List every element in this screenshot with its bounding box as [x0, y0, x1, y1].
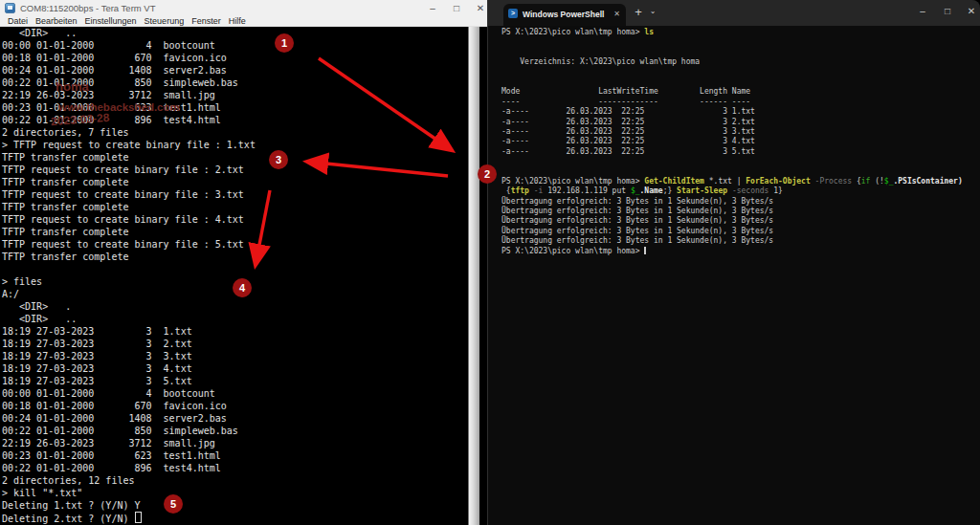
terminal-line — [0, 263, 468, 275]
teraterm-titlebar[interactable]: COM8:115200bps - Tera Term VT – □ ✕ — [0, 0, 487, 16]
console-line: Mode LastWriteTime Length Name — [501, 87, 980, 97]
terminal-line: 00:24 01-01-2000 1408 server2.bas — [0, 64, 468, 77]
console-line — [501, 37, 980, 47]
menu-item-datei[interactable]: Datei — [8, 16, 28, 26]
terminal-line: 00:18 01-01-2000 670 favicon.ico — [0, 52, 468, 64]
console-line — [501, 68, 980, 77]
terminal-line: 18:19 27-03-2023 3 2.txt — [0, 338, 468, 350]
console-line: -a---- 26.03.2023 22:25 3 1.txt — [501, 107, 980, 117]
console-line: PS X:\2023\pico wlan\tmp homa> Get-Child… — [501, 177, 980, 186]
powershell-console-output: PS X:\2023\pico wlan\tmp homa> ls Verzei… — [488, 26, 980, 525]
terminal-line: <DIR> .. — [0, 27, 468, 39]
console-line: -a---- 26.03.2023 22:25 3 5.txt — [501, 147, 980, 157]
minimize-button[interactable]: – — [425, 2, 440, 14]
terminal-line: <DIR> . — [0, 300, 468, 313]
terminal-line: TFTP request to create binary file : 2.t… — [0, 164, 468, 176]
terminal-tabbar: > Windows PowerShell ✕ + ⌄ – □ ✕ — [488, 0, 980, 26]
terminal-line: 2 directories, 12 files — [0, 474, 468, 487]
maximize-button[interactable]: □ — [449, 2, 464, 14]
console-line: Verzeichnis: X:\2023\pico wlan\tmp homa — [501, 57, 980, 67]
desktop: COM8:115200bps - Tera Term VT – □ ✕ Date… — [0, 0, 980, 525]
terminal-line: TFTP transfer complete — [0, 151, 468, 164]
terminal-line: TFTP request to create binary file : 4.t… — [0, 213, 468, 226]
maximize-button[interactable]: □ — [939, 3, 956, 20]
terminal-line: TFTP transfer complete — [0, 201, 468, 213]
teraterm-scrollbar[interactable] — [468, 27, 479, 525]
terminal-line: 2 directories, 7 files — [0, 126, 468, 139]
console-line: {tftp -i 192.168.1.119 put $_.Name;} Sta… — [501, 186, 980, 196]
console-line: PS X:\2023\pico wlan\tmp homa> ls — [501, 28, 980, 37]
terminal-line: TFTP transfer complete — [0, 251, 468, 263]
console-line: -a---- 26.03.2023 22:25 3 3.txt — [501, 127, 980, 137]
console-line: PS X:\2023\pico wlan\tmp homa> — [501, 247, 980, 256]
terminal-line: TFTP request to create binary file : 3.t… — [0, 188, 468, 201]
console-line — [501, 77, 980, 87]
console-line: -a---- 26.03.2023 22:25 3 2.txt — [501, 118, 980, 127]
tab-title: Windows PowerShell — [523, 10, 604, 19]
watermark-text: homa — [56, 79, 89, 94]
menu-item-hilfe[interactable]: Hilfe — [229, 16, 246, 26]
terminal-line: > kill "*.txt" — [0, 487, 468, 499]
tab-close-icon[interactable]: ✕ — [613, 10, 620, 18]
terminal-line: 18:19 27-03-2023 3 4.txt — [0, 362, 468, 375]
terminal-line: TFTP request to create binary file : 5.t… — [0, 238, 468, 251]
terminal-line: 00:22 01-01-2000 850 simpleweb.bas — [0, 425, 468, 437]
terminal-line: TFTP transfer complete — [0, 226, 468, 238]
terminal-line: 18:19 27-03-2023 3 3.txt — [0, 350, 468, 362]
console-line — [501, 48, 980, 57]
console-line: Übertragung erfolgreich: 3 Bytes in 1 Se… — [501, 227, 980, 236]
minimize-button[interactable]: – — [914, 3, 931, 20]
teraterm-window-title: COM8:115200bps - Tera Term VT — [20, 3, 156, 13]
console-line — [501, 157, 980, 166]
console-line: Übertragung erfolgreich: 3 Bytes in 1 Se… — [501, 236, 980, 246]
terminal-line: 00:18 01-01-2000 670 favicon.ico — [0, 400, 468, 412]
powershell-icon: > — [508, 9, 518, 18]
menu-item-steuerung[interactable]: Steuerung — [145, 16, 185, 26]
console-line — [501, 166, 980, 176]
terminal-line: 00:00 01-01-2000 4 bootcount — [0, 387, 468, 400]
terminal-line: A:/ — [0, 288, 468, 300]
terminal-line: Deleting 1.txt ? (Y/N) Y — [0, 499, 468, 512]
teraterm-window: COM8:115200bps - Tera Term VT – □ ✕ Date… — [0, 0, 487, 525]
terminal-line: 22:19 26-03-2023 3712 small.jpg — [0, 437, 468, 449]
close-button[interactable]: ✕ — [963, 3, 980, 20]
console-cursor — [644, 247, 646, 255]
terminal-line: 00:24 01-01-2000 1408 server2.bas — [0, 412, 468, 425]
tab-windows-powershell[interactable]: > Windows PowerShell ✕ — [503, 4, 626, 26]
terminal-line: <DIR> .. — [0, 313, 468, 325]
teraterm-menubar: DateiBearbeitenEinstellungenSteuerungFen… — [0, 16, 487, 27]
terminal-line: 00:00 01-01-2000 4 bootcount — [0, 39, 468, 52]
close-button[interactable]: ✕ — [473, 2, 488, 14]
terminal-line: 18:19 27-03-2023 3 1.txt — [0, 325, 468, 338]
console-line: ---- ------------- ------ ---- — [501, 98, 980, 107]
console-line: Übertragung erfolgreich: 3 Bytes in 1 Se… — [501, 216, 980, 226]
console-line: -a---- 26.03.2023 22:25 3 4.txt — [501, 137, 980, 146]
terminal-line: 00:23 01-01-2000 623 test1.html — [0, 449, 468, 462]
menu-item-fenster[interactable]: Fenster — [191, 16, 221, 26]
menu-item-bearbeiten[interactable]: Bearbeiten — [35, 16, 78, 26]
terminal-line: 00:22 01-01-2000 896 test4.html — [0, 462, 468, 474]
tab-dropdown-chevron-icon[interactable]: ⌄ — [647, 7, 658, 15]
teraterm-app-icon — [5, 3, 15, 13]
terminal-line: TFTP transfer complete — [0, 176, 468, 188]
terminal-line: > files — [0, 275, 468, 288]
terminal-cursor — [135, 512, 142, 523]
terminal-line: 18:19 27-03-2023 3 5.txt — [0, 375, 468, 387]
console-line: Übertragung erfolgreich: 3 Bytes in 1 Se… — [501, 197, 980, 207]
watermark-url: www.thebackshed.com — [58, 101, 180, 113]
menu-item-einstellungen[interactable]: Einstellungen — [85, 16, 137, 26]
new-tab-button[interactable]: + — [632, 5, 645, 19]
powershell-window: > Windows PowerShell ✕ + ⌄ – □ ✕ PS X:\2… — [487, 0, 980, 525]
terminal-line: Deleting 2.txt ? (Y/N) — [0, 512, 468, 524]
console-line: Übertragung erfolgreich: 3 Bytes in 1 Se… — [501, 207, 980, 216]
terminal-line: > TFTP request to create binary file : 1… — [0, 139, 468, 151]
